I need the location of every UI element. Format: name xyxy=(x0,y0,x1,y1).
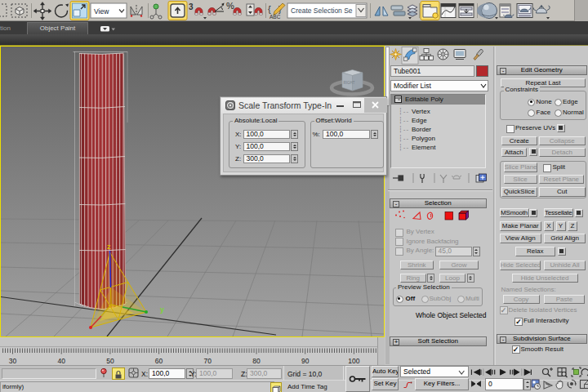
svg-text:%: % xyxy=(226,1,234,11)
svg-text:ABC: ABC xyxy=(270,14,281,20)
svg-text:50: 50 xyxy=(106,357,114,365)
svg-text:View: View xyxy=(94,7,109,16)
svg-text:40: 40 xyxy=(57,357,65,365)
svg-text:30: 30 xyxy=(9,357,17,365)
svg-text:3: 3 xyxy=(189,2,194,11)
svg-text:RIGHT: RIGHT xyxy=(344,81,355,85)
svg-text:y: y xyxy=(160,305,164,314)
svg-text:80: 80 xyxy=(252,357,261,365)
svg-text:100: 100 xyxy=(348,357,359,365)
svg-text:90: 90 xyxy=(301,357,310,365)
svg-text:70: 70 xyxy=(204,357,212,365)
svg-text:z: z xyxy=(107,243,111,251)
svg-text:{: { xyxy=(268,4,271,14)
svg-text:60: 60 xyxy=(155,357,163,365)
svg-text:Create Selection Se: Create Selection Se xyxy=(291,7,353,15)
